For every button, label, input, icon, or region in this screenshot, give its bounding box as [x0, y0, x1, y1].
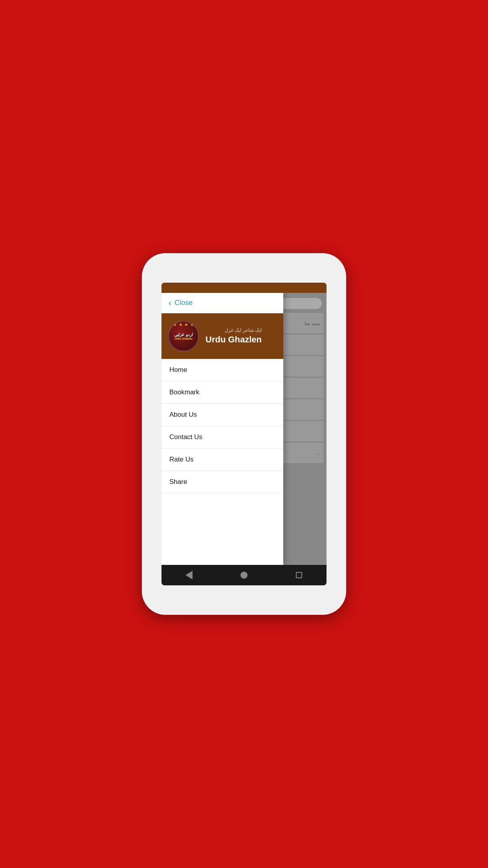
app-header-bar [161, 283, 327, 293]
close-bar[interactable]: ‹ Close [161, 293, 283, 313]
light-dot-4 [191, 324, 193, 326]
menu-item-bookmark-label: Bookmark [169, 388, 200, 396]
back-icon [185, 571, 193, 579]
back-chevron-icon: ‹ [169, 299, 171, 307]
recents-button[interactable] [291, 567, 307, 583]
logo-inner: اردو غزلیں Urdu Ghazlen [174, 332, 193, 340]
menu-item-rate[interactable]: Rate Us [161, 449, 283, 471]
menu-item-rate-label: Rate Us [169, 456, 193, 463]
logo-lights [169, 324, 198, 326]
drawer-app-name: ایک شاعر ایک غزل Urdu Ghazlen [205, 327, 262, 345]
light-dot-1 [174, 324, 176, 326]
menu-item-bookmark[interactable]: Bookmark [161, 381, 283, 404]
drawer-subtitle: ایک شاعر ایک غزل [205, 327, 262, 333]
logo-urdu-text: اردو غزلیں [174, 332, 193, 337]
home-icon [240, 572, 248, 579]
logo-english-text: Urdu Ghazlen [174, 337, 193, 340]
bg-text-1: سید ضا [304, 320, 320, 326]
phone-screen: سید ضا ے ‹ Close [161, 283, 327, 585]
drawer-menu: Home Bookmark About Us Contact Us Rate U… [161, 359, 283, 565]
app-logo-circle: اردو غزلیں Urdu Ghazlen [168, 320, 199, 352]
back-button[interactable] [181, 567, 197, 583]
bottom-nav-bar [161, 565, 327, 585]
menu-item-contact-label: Contact Us [169, 433, 202, 441]
bg-text-2: ے [317, 450, 320, 456]
drawer-app-title: Urdu Ghazlen [205, 335, 262, 345]
drawer-profile-header: اردو غزلیں Urdu Ghazlen ایک شاعر ایک غزل… [161, 313, 283, 359]
close-button-label: Close [174, 299, 193, 307]
menu-item-share[interactable]: Share [161, 471, 283, 493]
light-dot-3 [185, 324, 187, 326]
menu-item-about[interactable]: About Us [161, 404, 283, 426]
light-dot-2 [180, 324, 182, 326]
menu-item-about-label: About Us [169, 411, 197, 419]
menu-item-home[interactable]: Home [161, 359, 283, 381]
home-button[interactable] [236, 567, 252, 583]
screen-body: سید ضا ے ‹ Close [161, 293, 327, 565]
menu-item-home-label: Home [169, 366, 187, 374]
menu-item-share-label: Share [169, 478, 187, 486]
navigation-drawer: ‹ Close اردو غزلیں Urdu [161, 293, 283, 565]
recents-icon [296, 572, 302, 578]
phone-frame: سید ضا ے ‹ Close [142, 253, 346, 615]
menu-item-contact[interactable]: Contact Us [161, 426, 283, 449]
